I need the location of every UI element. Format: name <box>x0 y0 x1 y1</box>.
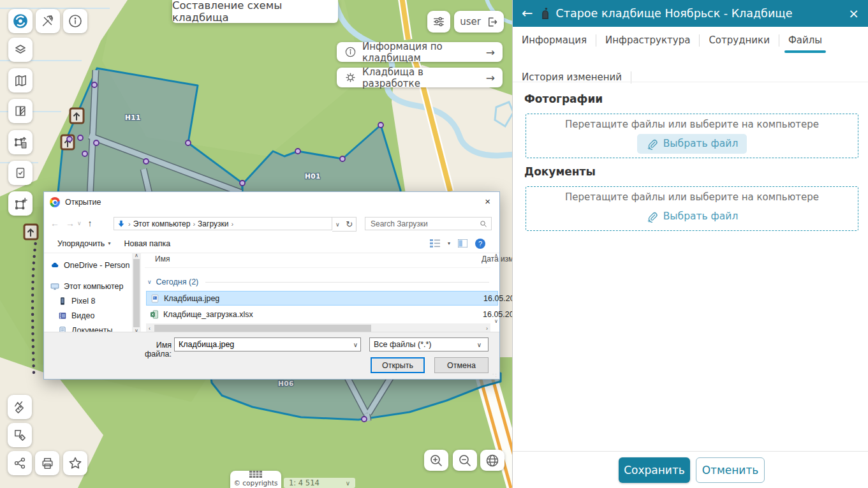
sliders-icon <box>432 15 446 29</box>
compare-layers-button[interactable] <box>8 99 33 123</box>
dialog-close-button[interactable]: × <box>485 196 490 207</box>
full-extent-button[interactable] <box>480 450 504 471</box>
split-view-icon <box>13 104 27 118</box>
layers-button[interactable] <box>8 38 33 62</box>
new-folder-button[interactable]: Новая папка <box>124 239 170 248</box>
filename-field[interactable]: ∨ <box>174 337 361 351</box>
filetype-select[interactable]: Все файлы (*.*) ∨ <box>369 337 489 351</box>
address-bar[interactable]: › Этот компьютер › Загрузки › <box>114 217 332 230</box>
organize-menu[interactable]: Упорядочить ▾ <box>57 239 110 248</box>
measure-area-button[interactable] <box>8 423 32 447</box>
tab-infrastructure[interactable]: Инфраструктура <box>605 31 690 50</box>
back-button[interactable]: ← <box>522 6 533 21</box>
building-icon <box>249 471 263 478</box>
basemap-button[interactable] <box>8 68 33 92</box>
map-canvas[interactable]: Н11 Н01 Н06 Составление схемы кладбища <box>0 0 512 488</box>
tab-history[interactable]: История изменений <box>522 68 622 87</box>
save-button-label: Сохранить <box>624 464 685 477</box>
breadcrumb-root[interactable]: Этот компьютер <box>133 219 191 228</box>
choose-photo-file-button[interactable]: Выбрать файл <box>637 134 747 154</box>
filename-input[interactable] <box>175 339 353 350</box>
favorites-button[interactable] <box>63 451 87 475</box>
filter-settings-button[interactable] <box>427 11 450 33</box>
breadcrumb-folder[interactable]: Загрузки <box>198 219 228 228</box>
cemeteries-info-label: Информация по кладбищам <box>362 41 480 64</box>
computer-icon <box>50 282 59 291</box>
tab-files[interactable]: Файлы <box>788 31 822 50</box>
cancel-button[interactable]: Отмена <box>434 357 489 373</box>
zoom-out-button[interactable] <box>453 450 477 471</box>
scroll-right-icon[interactable]: › <box>486 325 488 332</box>
panel-title: Старое кладбище Ноябрьск - Кладбище <box>556 7 793 20</box>
sidebar-item-label: Pixel 8 <box>71 297 96 306</box>
app-logo-button[interactable] <box>8 9 33 33</box>
search-box[interactable] <box>365 217 492 230</box>
save-button[interactable]: Сохранить <box>619 457 690 483</box>
filelist-scrollbar[interactable]: ∧ ∨ <box>492 253 501 324</box>
group-header-today[interactable]: ∨ Сегодня (2) <box>147 276 489 288</box>
resize-grip[interactable]: . . . <box>492 372 497 377</box>
choose-file-label: Выбрать файл <box>663 211 739 222</box>
zoom-in-button[interactable] <box>424 450 448 471</box>
dropzone-hint: Перетащите файлы или выберите на компьют… <box>565 191 819 203</box>
new-folder-label: Новая папка <box>124 239 170 248</box>
share-button[interactable] <box>8 451 32 475</box>
copyright-label: © copyrights <box>233 479 277 487</box>
help-button[interactable]: ? <box>475 239 485 249</box>
list-view-icon[interactable] <box>430 239 440 248</box>
scroll-left-icon[interactable]: ‹ <box>149 325 151 332</box>
export-geometry-button[interactable] <box>8 130 33 154</box>
dialog-titlebar[interactable]: Открытие × <box>44 192 499 212</box>
file-row[interactable]: Кладбище_загрузка.xlsx 16.05.2025 11 <box>146 307 498 322</box>
panel-close-button[interactable]: × <box>848 6 859 21</box>
tab-employees[interactable]: Сотрудники <box>709 31 770 50</box>
tools-button[interactable] <box>36 9 60 33</box>
scrollbar-thumb[interactable] <box>154 325 371 332</box>
map-scale-select[interactable]: 1: 4 514 ∨ <box>284 478 355 488</box>
view-dropdown-icon[interactable]: ▾ <box>448 240 450 246</box>
map-sector-label: Н01 <box>305 172 321 180</box>
nav-up-button[interactable]: ↑ <box>88 218 92 228</box>
address-dropdown-button[interactable]: ∨ <box>335 221 340 228</box>
choose-document-file-button[interactable]: Выбрать файл <box>637 207 747 226</box>
scroll-up-icon[interactable]: ∧ <box>494 253 498 258</box>
search-input[interactable] <box>369 219 480 229</box>
cemeteries-in-progress-button[interactable]: Кладбища в разработке → <box>337 68 503 87</box>
scroll-down-icon[interactable]: ∨ <box>494 318 498 324</box>
document-check-button[interactable] <box>8 161 33 185</box>
refresh-button[interactable]: ↻ <box>346 219 353 229</box>
group-collapse-icon[interactable]: ∨ <box>147 279 152 285</box>
user-menu-button[interactable]: user <box>454 11 504 33</box>
file-row-selected[interactable]: Кладбища.jpeg 16.05.2025 12 <box>146 291 498 306</box>
scrollbar-thumb[interactable] <box>133 259 140 327</box>
app-screen: Н11 Н01 Н06 Составление схемы кладбища <box>0 0 868 488</box>
info-button[interactable] <box>63 9 87 33</box>
cemeteries-info-button[interactable]: Информация по кладбищам → <box>337 42 503 62</box>
sidebar-scrollbar[interactable]: ∧ ∨ <box>132 253 141 334</box>
measure-area-icon <box>13 428 27 443</box>
sidebar-item-this-pc[interactable]: Этот компьютер <box>50 280 123 293</box>
sidebar-item-pixel8[interactable]: Pixel 8 <box>58 295 96 307</box>
measure-distance-button[interactable] <box>8 395 32 419</box>
preview-pane-icon[interactable] <box>458 239 467 248</box>
add-geometry-button[interactable] <box>8 191 33 216</box>
layers-icon <box>13 42 28 57</box>
print-button[interactable] <box>35 451 59 475</box>
paperclip-icon <box>646 211 658 223</box>
sidebar-item-onedrive[interactable]: OneDrive - Person <box>50 259 130 272</box>
dropzone-hint: Перетащите файлы или выберите на компьют… <box>565 119 819 130</box>
nav-back-button[interactable]: ← <box>50 218 59 228</box>
scroll-up-icon[interactable]: ∧ <box>135 253 138 258</box>
open-button[interactable]: Открыть <box>371 357 425 373</box>
nav-history-dropdown[interactable]: ∨ <box>77 220 82 226</box>
measure-distance-icon <box>13 400 27 415</box>
tab-information[interactable]: Информация <box>522 31 587 50</box>
sidebar-item-videos[interactable]: Видео <box>58 309 95 322</box>
documents-dropzone[interactable]: Перетащите файлы или выберите на компьют… <box>526 186 858 231</box>
xlsx-file-icon <box>150 310 159 319</box>
chevron-down-icon[interactable]: ∨ <box>353 341 360 348</box>
panel-cancel-button[interactable]: Отменить <box>696 457 765 483</box>
nav-forward-button[interactable]: → <box>66 218 75 228</box>
photos-dropzone[interactable]: Перетащите файлы или выберите на компьют… <box>526 114 858 158</box>
column-name[interactable]: Имя <box>155 255 170 263</box>
